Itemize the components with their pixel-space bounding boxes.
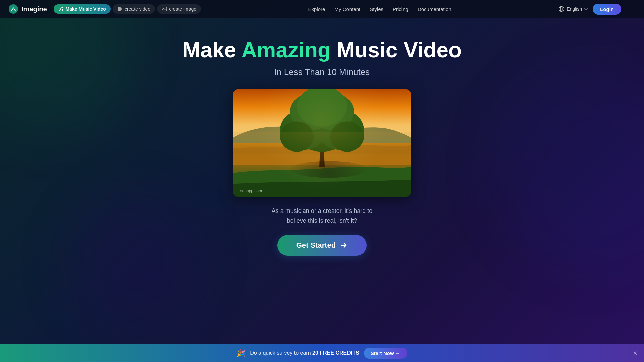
svg-rect-5: [162, 7, 167, 11]
nav-links: Explore My Content Styles Pricing Docume…: [308, 6, 451, 12]
get-started-button[interactable]: Get Started: [277, 235, 367, 256]
nav-pill-make-music-video[interactable]: Make Music Video: [54, 4, 111, 14]
arrow-right-icon: [340, 241, 348, 249]
nav-pill-create-image[interactable]: create image: [157, 4, 201, 14]
image-watermark: imgnapp.com: [238, 189, 262, 193]
hamburger-menu[interactable]: [626, 5, 636, 13]
nav-link-pricing[interactable]: Pricing: [393, 6, 408, 12]
nav-link-styles[interactable]: Styles: [370, 6, 383, 12]
bottom-banner: 🎉 Do a quick survey to earn 20 FREE CRED…: [0, 344, 644, 362]
hero-title: Make Amazing Music Video: [182, 38, 462, 62]
hero-description: As a musician or a creator, it's hard to…: [272, 206, 373, 226]
hero-canvas: [233, 89, 411, 197]
hero-section: Make Amazing Music Video In Less Than 10…: [0, 18, 644, 256]
banner-emoji: 🎉: [237, 349, 245, 357]
translate-icon: [558, 6, 565, 12]
video-icon: [117, 6, 123, 12]
hero-subtitle: In Less Than 10 Minutes: [274, 67, 370, 77]
logo-text: Imagine: [21, 5, 47, 13]
svg-rect-4: [118, 7, 121, 11]
banner-text: Do a quick survey to earn 20 FREE CREDIT…: [250, 350, 359, 356]
nav-link-explore[interactable]: Explore: [308, 6, 325, 12]
nav-right: English Login: [558, 4, 636, 15]
banner-close-button[interactable]: ×: [633, 350, 637, 356]
nav-link-documentation[interactable]: Documentation: [418, 6, 451, 12]
image-icon: [162, 6, 167, 12]
hero-image-card: imgnapp.com: [233, 89, 411, 197]
svg-point-1: [12, 7, 14, 9]
music-icon: [58, 6, 64, 12]
nav-link-my-content[interactable]: My Content: [334, 6, 360, 12]
banner-start-now-button[interactable]: Start Now →: [364, 348, 407, 359]
nav-pills: Make Music Video create video create ima…: [54, 4, 201, 14]
nav-pill-create-video[interactable]: create video: [113, 4, 155, 14]
login-button[interactable]: Login: [593, 4, 621, 15]
language-selector[interactable]: English: [558, 6, 588, 12]
logo[interactable]: Imagine: [8, 4, 47, 14]
navbar: Imagine Make Music Video create video: [0, 0, 644, 18]
logo-icon: [8, 4, 19, 14]
chevron-down-icon: [584, 7, 588, 11]
